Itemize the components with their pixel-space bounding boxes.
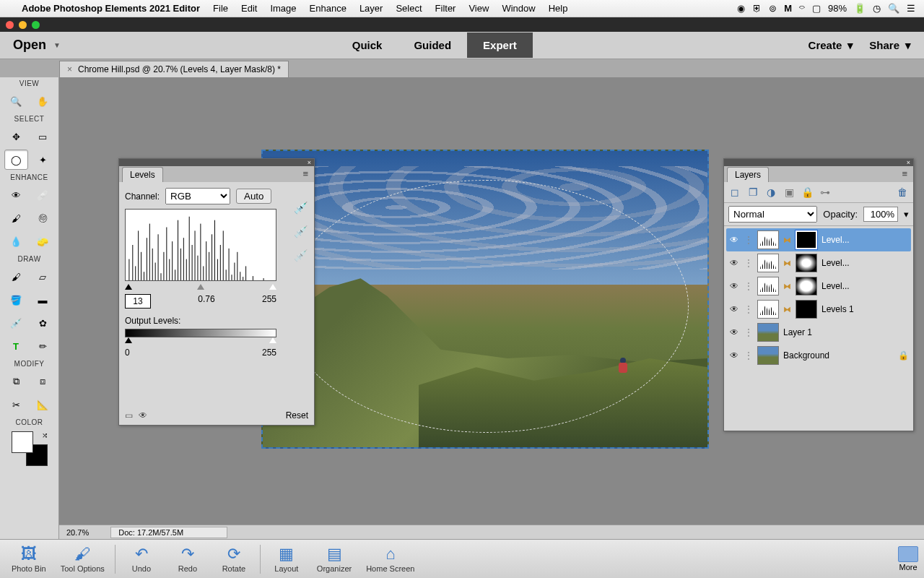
layer-thumb[interactable]: [757, 346, 779, 365]
panel-menu-icon[interactable]: ≡: [297, 165, 314, 182]
eraser-tool[interactable]: ▱: [31, 267, 55, 287]
cc-icon[interactable]: ⊚: [769, 3, 777, 14]
black-eyedropper-icon[interactable]: 💉: [294, 201, 308, 215]
spot-heal-tool[interactable]: 🩹: [31, 185, 55, 205]
link-icon[interactable]: ⊶: [819, 186, 832, 199]
menu-file[interactable]: File: [213, 3, 228, 14]
foreground-color[interactable]: [12, 431, 33, 453]
straighten-tool[interactable]: 📐: [31, 394, 55, 415]
chevron-down-icon[interactable]: ▾: [904, 209, 909, 220]
tool-options-button[interactable]: 🖌Tool Options: [55, 543, 110, 574]
visibility-icon[interactable]: 👁: [728, 304, 740, 314]
visibility-icon[interactable]: 👁: [728, 281, 740, 291]
shape-tool[interactable]: ✿: [31, 313, 55, 333]
reset-button[interactable]: Reset: [286, 410, 308, 420]
redeye-tool[interactable]: 👁: [4, 185, 28, 205]
panel-close-icon[interactable]: ×: [724, 159, 913, 166]
control-center-icon[interactable]: ☰: [907, 3, 915, 14]
minimize-window-button[interactable]: [19, 21, 27, 29]
layer-thumb[interactable]: [757, 230, 779, 249]
gray-eyedropper-icon[interactable]: 💉: [294, 225, 308, 238]
smart-brush-tool[interactable]: 🖌: [4, 208, 28, 228]
clock-icon[interactable]: ◷: [873, 3, 881, 14]
lasso-tool[interactable]: ◯: [4, 150, 28, 170]
document-tab[interactable]: × Chrome Hill.psd @ 20.7% (Levels 4, Lay…: [59, 61, 289, 77]
white-slider[interactable]: [269, 284, 276, 290]
maximize-window-button[interactable]: [32, 21, 40, 29]
visibility-icon[interactable]: 👁: [728, 235, 740, 245]
output-white-slider[interactable]: [269, 337, 276, 343]
panel-menu-icon[interactable]: ≡: [896, 165, 913, 182]
crop-tool[interactable]: ⧉: [4, 371, 28, 392]
menu-help[interactable]: Help: [549, 3, 568, 14]
new-group-icon[interactable]: ❐: [746, 186, 759, 199]
panel-close-icon[interactable]: ×: [119, 159, 314, 166]
visibility-icon[interactable]: 👁: [728, 258, 740, 268]
clip-icon[interactable]: ▭: [125, 410, 133, 420]
layer-mask[interactable]: [796, 230, 817, 249]
mode-quick[interactable]: Quick: [336, 33, 398, 58]
levels-tab[interactable]: Levels: [122, 167, 163, 182]
document-canvas[interactable]: [261, 150, 709, 449]
output-white-value[interactable]: 255: [262, 348, 276, 358]
white-eyedropper-icon[interactable]: 💉: [294, 249, 308, 262]
layer-row[interactable]: 👁⋮ ⧓ Levels 1: [726, 298, 911, 321]
layers-tab[interactable]: Layers: [727, 167, 769, 182]
output-black-slider[interactable]: [125, 337, 132, 343]
opacity-value[interactable]: 100%: [863, 207, 898, 222]
text-tool[interactable]: T: [4, 336, 28, 356]
layer-thumb[interactable]: [757, 300, 779, 319]
gradient-tool[interactable]: ▬: [31, 290, 55, 310]
layer-mask[interactable]: [796, 277, 817, 296]
menu-filter[interactable]: Filter: [435, 3, 456, 14]
move-tool[interactable]: ✥: [4, 126, 28, 147]
gamma-slider[interactable]: [197, 284, 204, 290]
brush-tool[interactable]: 🖌: [4, 267, 28, 287]
layer-row[interactable]: 👁⋮ ⧓ Level...: [726, 251, 911, 275]
layer-thumb[interactable]: [757, 323, 779, 342]
close-window-button[interactable]: [6, 21, 14, 29]
layer-row[interactable]: 👁⋮ ⧓ Level...: [726, 228, 911, 251]
close-tab-icon[interactable]: ×: [67, 64, 72, 74]
undo-button[interactable]: ↶Undo: [120, 543, 163, 574]
new-layer-icon[interactable]: ◻: [728, 186, 741, 199]
mode-guided[interactable]: Guided: [398, 33, 467, 58]
more-button[interactable]: More: [898, 546, 918, 571]
layer-mask[interactable]: [796, 300, 817, 319]
color-swatch[interactable]: ⤭: [12, 431, 48, 466]
eyedropper-tool[interactable]: 💉: [4, 313, 28, 333]
magic-wand-tool[interactable]: ✦: [31, 150, 55, 170]
input-white-value[interactable]: 255: [262, 294, 276, 309]
display-icon[interactable]: ▢: [812, 3, 821, 14]
hand-tool[interactable]: ✋: [31, 91, 55, 111]
search-icon[interactable]: 🔍: [888, 3, 899, 14]
adjustment-layer-icon[interactable]: ◑: [764, 186, 777, 199]
layer-row[interactable]: 👁⋮ Background 🔒: [726, 344, 911, 367]
status-dot-icon[interactable]: ◉: [737, 3, 745, 14]
output-gradient[interactable]: [125, 329, 276, 337]
wifi-icon[interactable]: ⌔: [799, 3, 805, 14]
menu-image[interactable]: Image: [270, 3, 296, 14]
redo-button[interactable]: ↷Redo: [166, 543, 209, 574]
input-gamma-value[interactable]: 0.76: [198, 294, 214, 309]
m-icon[interactable]: M: [784, 3, 792, 14]
zoom-level[interactable]: 20.7%: [66, 528, 89, 537]
output-black-value[interactable]: 0: [125, 348, 130, 358]
doc-size[interactable]: Doc: 17.2M/57.5M: [110, 527, 227, 538]
menu-enhance[interactable]: Enhance: [310, 3, 346, 14]
mode-expert[interactable]: Expert: [467, 33, 533, 58]
create-button[interactable]: Create▾: [808, 39, 854, 52]
channel-select[interactable]: RGB: [165, 188, 230, 204]
menu-select[interactable]: Select: [396, 3, 422, 14]
auto-button[interactable]: Auto: [236, 189, 271, 204]
layer-row[interactable]: 👁⋮ Layer 1: [726, 321, 911, 344]
mask-icon[interactable]: ▣: [783, 186, 796, 199]
lock-icon[interactable]: 🔒: [801, 186, 814, 199]
blend-mode-select[interactable]: Normal: [728, 206, 817, 223]
sponge-tool[interactable]: 🧽: [31, 231, 55, 251]
marquee-tool[interactable]: ▭: [31, 126, 55, 147]
layer-thumb[interactable]: [757, 277, 779, 296]
input-black-value[interactable]: 13: [125, 294, 151, 309]
black-slider[interactable]: [125, 284, 132, 290]
menu-layer[interactable]: Layer: [359, 3, 383, 14]
